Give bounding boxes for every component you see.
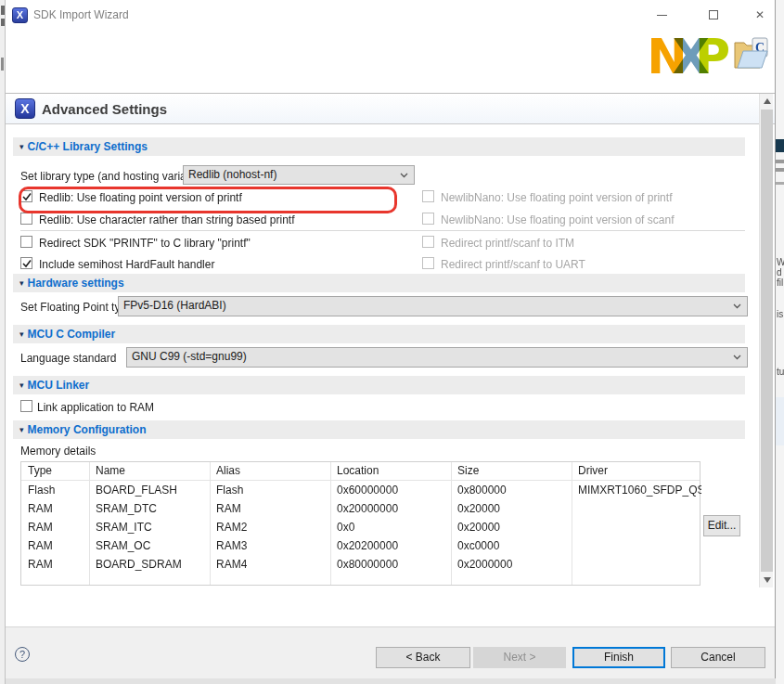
column-header[interactable]: Alias: [210, 464, 240, 477]
cell-location: 0x80000000: [330, 558, 398, 571]
cell-type: RAM: [21, 521, 53, 534]
nxp-logo: NXP: [647, 33, 730, 82]
cell-location: 0x0: [330, 521, 354, 534]
memory-table[interactable]: Type Name Alias Location Size Driver Fla…: [20, 461, 700, 586]
checkbox-label[interactable]: Redirect SDK "PRINTF" to C library "prin…: [39, 237, 251, 250]
section-memory-configuration[interactable]: ▾Memory Configuration: [13, 420, 745, 439]
minimize-icon: [657, 15, 667, 16]
collapse-triangle-icon: ▾: [19, 381, 24, 390]
checkbox-label[interactable]: Redlib: Use character rather than string…: [39, 213, 294, 226]
fpu-combo[interactable]: FPv5-D16 (HardABI): [118, 296, 748, 316]
column-header[interactable]: Name: [89, 464, 125, 477]
checkbox-redlib-float-printf[interactable]: [20, 190, 32, 202]
cell-size: 0x20000: [451, 521, 500, 534]
section-library-settings[interactable]: ▾C/C++ Library Settings: [13, 137, 745, 156]
collapse-triangle-icon: ▾: [19, 425, 24, 434]
checkbox-redirect-itm: [422, 236, 434, 248]
fpu-value: FPv5-D16 (HardABI): [123, 299, 226, 312]
table-row[interactable]: Flash BOARD_FLASH Flash 0x60000000 0x800…: [21, 482, 700, 500]
checkbox-label: Redirect printf/scanf to UART: [441, 258, 585, 271]
checkbox-label: Redirect printf/scanf to ITM: [441, 237, 574, 250]
column-header[interactable]: Driver: [572, 464, 608, 477]
column-header[interactable]: Location: [330, 464, 379, 477]
vertical-scrollbar[interactable]: [759, 94, 773, 587]
background-fragment: [776, 182, 784, 185]
table-row[interactable]: RAM BOARD_SDRAM RAM4 0x80000000 0x200000…: [21, 556, 700, 574]
nxp-letter-n: N: [647, 29, 673, 84]
section-mcu-linker[interactable]: ▾MCU Linker: [13, 376, 745, 394]
scroll-down-icon[interactable]: [760, 573, 774, 587]
table-row[interactable]: RAM SRAM_OC RAM3 0x20200000 0xc0000: [21, 537, 700, 556]
background-fragment: [776, 168, 784, 172]
cell-size: 0x20000: [451, 502, 500, 515]
cell-type: RAM: [21, 558, 53, 571]
cell-name: BOARD_SDRAM: [89, 558, 182, 571]
background-fragment: [1, 19, 5, 26]
titlebar[interactable]: X SDK Import Wizard ✕: [6, 0, 775, 31]
section-title: C/C++ Library Settings: [28, 140, 148, 153]
checkbox-label[interactable]: Redlib: Use floating point version of pr…: [39, 191, 242, 204]
close-button[interactable]: ✕: [746, 6, 774, 24]
next-button: Next >: [473, 647, 566, 668]
section-hardware-settings[interactable]: ▾Hardware settings: [13, 274, 745, 292]
cell-name: SRAM_OC: [89, 539, 150, 552]
table-row[interactable]: RAM SRAM_ITC RAM2 0x0 0x20000: [21, 519, 700, 537]
background-text-fragment: W: [777, 257, 784, 267]
section-title: Memory Configuration: [28, 423, 147, 436]
checkbox-semihost-hardfault[interactable]: [20, 257, 32, 269]
page-title: Advanced Settings: [42, 101, 167, 117]
collapse-triangle-icon: ▾: [19, 329, 24, 339]
cancel-button[interactable]: Cancel: [671, 647, 765, 668]
cell-size: 0x800000: [451, 484, 507, 497]
background-text-fragment: is: [777, 309, 783, 319]
checkbox-link-to-ram[interactable]: [20, 400, 32, 412]
cell-location: 0x60000000: [330, 484, 398, 497]
edit-button[interactable]: Edit...: [703, 515, 740, 536]
cell-alias: RAM: [210, 502, 241, 515]
scrollbar-thumb[interactable]: [761, 110, 773, 572]
background-fragment: [776, 397, 784, 445]
back-button[interactable]: < Back: [376, 647, 470, 668]
checkmark-icon: [21, 258, 33, 270]
maximize-button[interactable]: [700, 6, 727, 24]
column-header[interactable]: Type: [21, 464, 52, 477]
background-text-fragment: fil: [777, 277, 783, 288]
collapse-triangle-icon: ▾: [19, 278, 24, 288]
sdk-import-wizard-dialog: X SDK Import Wizard ✕ NXP C: [6, 0, 776, 678]
checkbox-label: NewlibNano: Use floating point version o…: [441, 191, 672, 204]
checkbox-newlibnano-float-printf: [422, 190, 434, 202]
cell-alias: Flash: [210, 484, 243, 497]
cell-name: SRAM_DTC: [89, 502, 157, 515]
section-title: MCU Linker: [28, 379, 90, 392]
checkbox-redirect-uart: [422, 257, 434, 269]
minimize-button[interactable]: [648, 6, 675, 24]
checkbox-redirect-sdk-printf[interactable]: [20, 236, 32, 248]
scroll-up-icon[interactable]: [760, 94, 774, 109]
open-folder-c-icon: C: [732, 36, 773, 79]
group-separator: [20, 230, 745, 231]
library-type-value: Redlib (nohost-nf): [188, 168, 276, 181]
cell-alias: RAM2: [210, 521, 247, 534]
table-header-row: Type Name Alias Location Size Driver: [21, 462, 700, 481]
language-standard-label: Language standard: [20, 352, 116, 365]
cell-alias: RAM3: [210, 539, 247, 552]
section-mcu-c-compiler[interactable]: ▾MCU C Compiler: [13, 325, 745, 343]
checkbox-label[interactable]: Include semihost HardFault handler: [39, 258, 214, 271]
checkbox-label[interactable]: Link application to RAM: [37, 401, 154, 414]
checkbox-redlib-char-printf[interactable]: [20, 213, 32, 225]
window-title: SDK Import Wizard: [33, 8, 129, 21]
background-window-right: W d fil is tu: [776, 0, 784, 684]
chevron-down-icon: [400, 173, 408, 178]
language-standard-combo[interactable]: GNU C99 (-std=gnu99): [126, 347, 748, 368]
help-icon[interactable]: ?: [15, 647, 30, 662]
finish-button[interactable]: Finish: [572, 647, 665, 668]
nxp-letter-p: P: [695, 29, 730, 84]
memory-details-label: Memory details: [20, 445, 96, 458]
cell-type: Flash: [21, 484, 55, 497]
column-header[interactable]: Size: [451, 464, 479, 477]
maximize-icon: [709, 10, 718, 19]
fpu-label: Set Floating Point type: [20, 301, 133, 314]
library-type-combo[interactable]: Redlib (nohost-nf): [183, 165, 415, 185]
table-row[interactable]: RAM SRAM_DTC RAM 0x20000000 0x20000: [21, 500, 700, 519]
cell-location: 0x20200000: [330, 539, 398, 552]
